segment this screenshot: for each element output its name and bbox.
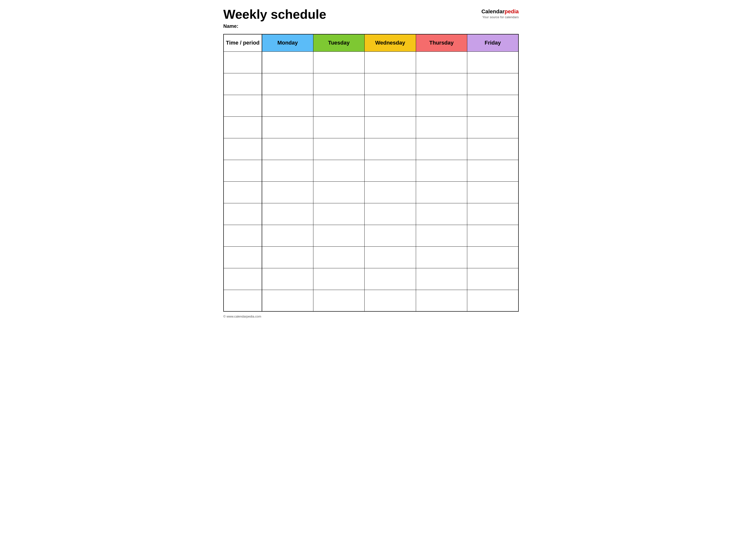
day-cell[interactable] xyxy=(467,138,519,160)
day-cell[interactable] xyxy=(313,73,364,95)
day-cell[interactable] xyxy=(262,246,313,268)
day-cell[interactable] xyxy=(416,246,467,268)
table-row xyxy=(223,225,519,246)
time-cell[interactable] xyxy=(223,290,262,312)
time-cell[interactable] xyxy=(223,138,262,160)
logo-area: Calendarpedia Your source for calendars xyxy=(481,8,519,19)
time-cell[interactable] xyxy=(223,246,262,268)
col-header-tuesday: Tuesday xyxy=(313,34,364,51)
day-cell[interactable] xyxy=(365,268,416,290)
day-cell[interactable] xyxy=(262,203,313,225)
day-cell[interactable] xyxy=(365,95,416,116)
day-cell[interactable] xyxy=(467,225,519,246)
day-cell[interactable] xyxy=(262,181,313,203)
time-cell[interactable] xyxy=(223,181,262,203)
header-section: Weekly schedule Name: Calendarpedia Your… xyxy=(223,7,519,29)
day-cell[interactable] xyxy=(365,290,416,312)
table-row xyxy=(223,73,519,95)
name-label: Name: xyxy=(223,23,326,29)
day-cell[interactable] xyxy=(313,181,364,203)
footer-copyright: © www.calendarpedia.com xyxy=(223,315,519,318)
table-row xyxy=(223,138,519,160)
day-cell[interactable] xyxy=(365,225,416,246)
day-cell[interactable] xyxy=(467,246,519,268)
table-row xyxy=(223,203,519,225)
time-cell[interactable] xyxy=(223,225,262,246)
day-cell[interactable] xyxy=(313,203,364,225)
day-cell[interactable] xyxy=(416,51,467,73)
day-cell[interactable] xyxy=(262,290,313,312)
day-cell[interactable] xyxy=(313,51,364,73)
table-row xyxy=(223,181,519,203)
col-header-monday: Monday xyxy=(262,34,313,51)
table-row xyxy=(223,95,519,116)
day-cell[interactable] xyxy=(365,246,416,268)
day-cell[interactable] xyxy=(313,160,364,181)
day-cell[interactable] xyxy=(416,116,467,138)
day-cell[interactable] xyxy=(416,290,467,312)
table-row xyxy=(223,268,519,290)
logo-tagline: Your source for calendars xyxy=(482,15,519,19)
day-cell[interactable] xyxy=(416,225,467,246)
day-cell[interactable] xyxy=(262,73,313,95)
table-row xyxy=(223,246,519,268)
day-cell[interactable] xyxy=(365,138,416,160)
day-cell[interactable] xyxy=(313,268,364,290)
day-cell[interactable] xyxy=(313,246,364,268)
col-header-wednesday: Wednesday xyxy=(365,34,416,51)
time-cell[interactable] xyxy=(223,73,262,95)
day-cell[interactable] xyxy=(416,73,467,95)
day-cell[interactable] xyxy=(262,116,313,138)
day-cell[interactable] xyxy=(262,51,313,73)
day-cell[interactable] xyxy=(262,95,313,116)
day-cell[interactable] xyxy=(467,116,519,138)
day-cell[interactable] xyxy=(365,160,416,181)
day-cell[interactable] xyxy=(416,268,467,290)
day-cell[interactable] xyxy=(313,95,364,116)
day-cell[interactable] xyxy=(416,160,467,181)
day-cell[interactable] xyxy=(262,268,313,290)
table-row xyxy=(223,290,519,312)
time-cell[interactable] xyxy=(223,203,262,225)
day-cell[interactable] xyxy=(467,290,519,312)
day-cell[interactable] xyxy=(313,116,364,138)
time-cell[interactable] xyxy=(223,51,262,73)
time-cell[interactable] xyxy=(223,116,262,138)
page-wrapper: Weekly schedule Name: Calendarpedia Your… xyxy=(223,7,519,318)
page-title: Weekly schedule xyxy=(223,7,326,21)
col-header-thursday: Thursday xyxy=(416,34,467,51)
day-cell[interactable] xyxy=(313,290,364,312)
day-cell[interactable] xyxy=(262,138,313,160)
day-cell[interactable] xyxy=(467,51,519,73)
time-cell[interactable] xyxy=(223,268,262,290)
day-cell[interactable] xyxy=(365,181,416,203)
logo-text: Calendarpedia xyxy=(481,8,519,15)
time-cell[interactable] xyxy=(223,160,262,181)
day-cell[interactable] xyxy=(262,225,313,246)
day-cell[interactable] xyxy=(262,160,313,181)
day-cell[interactable] xyxy=(416,181,467,203)
day-cell[interactable] xyxy=(467,95,519,116)
schedule-table: Time / period Monday Tuesday Wednesday T… xyxy=(223,34,519,312)
day-cell[interactable] xyxy=(467,73,519,95)
day-cell[interactable] xyxy=(365,73,416,95)
header-row: Time / period Monday Tuesday Wednesday T… xyxy=(223,34,519,51)
day-cell[interactable] xyxy=(416,138,467,160)
day-cell[interactable] xyxy=(416,95,467,116)
logo-pedia: pedia xyxy=(505,8,519,14)
day-cell[interactable] xyxy=(365,116,416,138)
day-cell[interactable] xyxy=(365,51,416,73)
day-cell[interactable] xyxy=(313,138,364,160)
col-header-time: Time / period xyxy=(223,34,262,51)
schedule-body xyxy=(223,51,519,312)
day-cell[interactable] xyxy=(467,160,519,181)
day-cell[interactable] xyxy=(416,203,467,225)
day-cell[interactable] xyxy=(313,225,364,246)
day-cell[interactable] xyxy=(467,203,519,225)
day-cell[interactable] xyxy=(467,268,519,290)
day-cell[interactable] xyxy=(365,203,416,225)
table-row xyxy=(223,116,519,138)
col-header-friday: Friday xyxy=(467,34,519,51)
day-cell[interactable] xyxy=(467,181,519,203)
time-cell[interactable] xyxy=(223,95,262,116)
